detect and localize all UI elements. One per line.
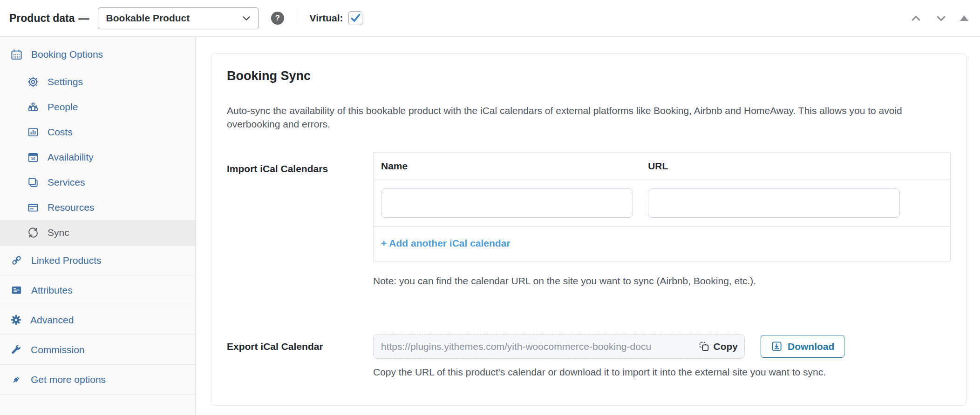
help-icon[interactable]: ? xyxy=(271,12,284,25)
export-url-value: https://plugins.yithemes.com/yith-woocom… xyxy=(381,341,695,352)
sidebar-item-sync[interactable]: Sync xyxy=(0,220,195,245)
download-button[interactable]: Download xyxy=(761,335,844,358)
sidebar-item-advanced[interactable]: Advanced xyxy=(0,305,195,335)
booking-sync-card: Booking Sync Auto-sync the availability … xyxy=(211,53,966,406)
title-dash: — xyxy=(79,12,89,25)
ical-table-header: Name URL xyxy=(374,153,950,180)
page-title: Product data xyxy=(9,12,75,25)
product-type-value: Bookable Product xyxy=(106,13,190,24)
sidebar-item-get-more-options[interactable]: Get more options xyxy=(0,364,195,394)
export-url-field: https://plugins.yithemes.com/yith-woocom… xyxy=(373,334,745,359)
layers-icon xyxy=(27,176,39,188)
sidebar-item-label: Resources xyxy=(48,202,94,213)
virtual-checkbox[interactable] xyxy=(348,11,362,25)
download-icon xyxy=(771,341,783,352)
metabox-controls xyxy=(910,12,980,25)
sidebar-item-settings[interactable]: Settings xyxy=(0,69,195,94)
bar-chart-icon xyxy=(27,126,39,138)
ical-add-row: + Add another iCal calendar xyxy=(374,227,950,261)
product-data-sidebar: Booking Options Settings People xyxy=(0,37,196,415)
sync-icon xyxy=(27,227,39,239)
sidebar-item-label: Booking Options xyxy=(31,49,103,60)
product-type-select[interactable]: Bookable Product xyxy=(98,7,259,29)
sidebar-item-services[interactable]: Services xyxy=(0,170,195,195)
sidebar-divider xyxy=(0,394,195,395)
sidebar-item-label: Availability xyxy=(48,152,94,163)
card-icon xyxy=(27,201,39,214)
sidebar-item-label: Advanced xyxy=(30,315,74,326)
gear-solid-icon xyxy=(10,314,22,326)
sidebar-item-commission[interactable]: Commission xyxy=(0,335,195,364)
download-button-label: Download xyxy=(788,341,834,352)
export-description: Copy the URL of this product's calendar … xyxy=(373,367,951,378)
header-divider xyxy=(297,10,297,26)
panel-description: Auto-sync the availability of this booka… xyxy=(227,104,949,131)
column-header-url: URL xyxy=(640,153,907,180)
sidebar-item-label: People xyxy=(48,101,78,113)
attributes-icon xyxy=(10,284,23,296)
import-note: Note: you can find the calendar URL on t… xyxy=(373,275,951,287)
move-down-icon[interactable] xyxy=(935,12,947,25)
ical-table-row xyxy=(374,180,950,227)
toggle-panel-icon[interactable] xyxy=(960,15,968,21)
import-ical-row: Import iCal Calendars Name URL xyxy=(227,152,951,287)
chevron-down-icon xyxy=(241,13,252,23)
move-up-icon[interactable] xyxy=(910,12,922,25)
product-data-main: Booking Sync Auto-sync the availability … xyxy=(196,37,980,415)
sidebar-item-label: Get more options xyxy=(31,374,106,385)
copy-button[interactable]: Copy xyxy=(695,341,738,352)
calendar-icon xyxy=(10,48,23,61)
people-icon xyxy=(27,101,39,113)
product-data-header: Product data — Bookable Product ? Virtua… xyxy=(0,0,980,37)
sidebar-item-people[interactable]: People xyxy=(0,94,195,120)
sidebar-item-attributes[interactable]: Attributes xyxy=(0,275,195,305)
sidebar-item-label: Linked Products xyxy=(31,255,102,266)
wrench-icon xyxy=(10,344,22,356)
calendar-10-icon: 10 xyxy=(27,151,39,163)
import-ical-label: Import iCal Calendars xyxy=(227,152,373,287)
sidebar-item-availability[interactable]: 10 Availability xyxy=(0,145,195,170)
ical-name-input[interactable] xyxy=(381,188,633,218)
svg-text:10: 10 xyxy=(31,156,35,161)
export-ical-label: Export iCal Calendar xyxy=(227,334,373,378)
sidebar-item-costs[interactable]: Costs xyxy=(0,120,195,145)
sidebar-item-resources[interactable]: Resources xyxy=(0,195,195,220)
sidebar-item-label: Attributes xyxy=(31,285,73,296)
column-header-name: Name xyxy=(374,153,640,180)
ical-url-input[interactable] xyxy=(648,188,900,218)
sidebar-item-linked-products[interactable]: Linked Products xyxy=(0,245,195,275)
sidebar-item-label: Commission xyxy=(31,344,85,355)
sidebar-item-label: Sync xyxy=(48,227,69,238)
copy-button-label: Copy xyxy=(714,341,738,352)
sidebar-item-label: Settings xyxy=(48,76,83,87)
gear-icon xyxy=(27,76,39,88)
export-ical-row: Export iCal Calendar https://plugins.yit… xyxy=(227,334,951,378)
panel-title: Booking Sync xyxy=(227,69,951,83)
plug-icon xyxy=(10,374,22,386)
copy-icon xyxy=(698,341,710,352)
sidebar-item-label: Costs xyxy=(48,127,73,138)
virtual-label: Virtual: xyxy=(310,13,343,24)
link-icon xyxy=(10,254,23,267)
add-ical-calendar-link[interactable]: + Add another iCal calendar xyxy=(381,238,510,248)
sidebar-item-label: Services xyxy=(48,177,85,188)
ical-calendars-table: Name URL + Add another iCa xyxy=(373,152,951,261)
sidebar-item-booking-options[interactable]: Booking Options xyxy=(0,40,195,69)
check-icon xyxy=(350,13,361,24)
